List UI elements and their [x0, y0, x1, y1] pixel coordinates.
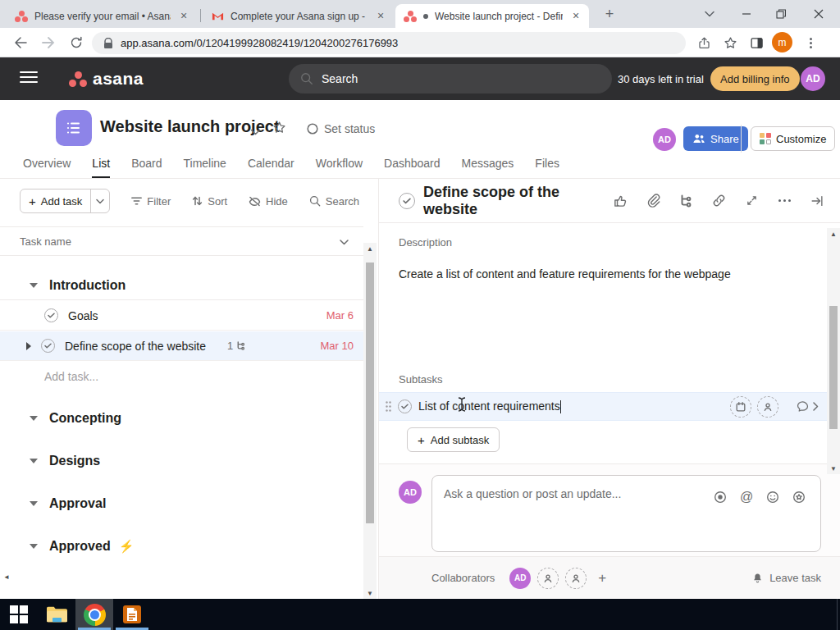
collapse-triangle-icon[interactable]	[30, 544, 38, 549]
description-text[interactable]: Create a list of content and feature req…	[399, 267, 731, 281]
section-row-approval[interactable]: Approval	[0, 489, 363, 518]
browser-tab-3-active[interactable]: Website launch project - Defin ×	[395, 4, 589, 28]
mention-at-icon[interactable]: @	[737, 487, 756, 507]
task-row-define-scope[interactable]: Define scope of the website 1 Mar 10	[0, 331, 363, 361]
hscroll-left-arrow[interactable]: ◄	[0, 571, 13, 582]
tab-messages[interactable]: Messages	[462, 157, 514, 178]
subtask-due-date-icon[interactable]	[730, 396, 751, 418]
tab-timeline[interactable]: Timeline	[184, 157, 226, 178]
due-date[interactable]: Mar 10	[321, 340, 363, 352]
close-window-button[interactable]	[802, 0, 835, 28]
address-bar[interactable]: app.asana.com/0/1204199928082419/1204200…	[92, 32, 686, 54]
customize-button[interactable]: Customize	[751, 126, 835, 151]
restore-button[interactable]	[765, 0, 797, 28]
appreciation-star-icon[interactable]	[789, 487, 809, 507]
complete-check-icon[interactable]	[41, 339, 55, 353]
minimize-button[interactable]	[730, 0, 763, 28]
fullscreen-expand-icon[interactable]	[739, 189, 764, 213]
tab-dashboard[interactable]: Dashboard	[384, 157, 441, 178]
tab-overview[interactable]: Overview	[23, 157, 71, 178]
tab-close-icon[interactable]: ×	[569, 10, 582, 23]
scroll-down-arrow[interactable]: ▼	[363, 587, 377, 599]
list-search-button[interactable]: Search	[309, 195, 359, 208]
scroll-down-arrow[interactable]: ▼	[827, 463, 840, 474]
share-button[interactable]: Share	[683, 126, 748, 151]
back-icon[interactable]	[10, 32, 31, 53]
tab-list[interactable]: List	[92, 157, 110, 178]
add-subtask-icon[interactable]	[673, 189, 698, 213]
expand-subtasks-icon[interactable]	[26, 342, 31, 350]
tab-board[interactable]: Board	[131, 157, 162, 178]
close-detail-panel-icon[interactable]	[805, 189, 829, 213]
task-row-goals[interactable]: Goals Mar 6	[0, 301, 363, 331]
scroll-up-arrow[interactable]: ▲	[363, 243, 377, 254]
copy-link-icon[interactable]	[706, 189, 731, 213]
project-title-chevron-icon[interactable]	[250, 125, 261, 139]
collaborator-avatar[interactable]: AD	[509, 568, 531, 589]
sidebar-toggle-icon[interactable]	[20, 71, 38, 87]
browser-tab-1[interactable]: Please verify your email • Asana ×	[7, 4, 197, 28]
forward-icon[interactable]	[38, 32, 59, 53]
set-status-button[interactable]: Set status	[307, 122, 375, 135]
filter-button[interactable]: Filter	[131, 195, 171, 208]
leave-task-button[interactable]: Leave task	[751, 572, 821, 585]
section-row-designs[interactable]: Designs	[0, 446, 363, 476]
tab-search-chevron-icon[interactable]	[693, 0, 726, 28]
complete-check-icon[interactable]	[44, 308, 58, 322]
refresh-icon[interactable]	[66, 32, 87, 53]
subtask-row[interactable]: List of content requirements	[379, 392, 827, 421]
tab-close-icon[interactable]: ×	[177, 10, 190, 23]
task-title[interactable]: Define scope of the website	[423, 184, 600, 218]
add-task-button[interactable]: +Add task	[20, 189, 110, 213]
new-tab-button[interactable]: +	[597, 0, 622, 28]
tab-calendar[interactable]: Calendar	[248, 157, 294, 178]
start-button[interactable]	[0, 599, 38, 630]
add-collaborator-button[interactable]: +	[598, 570, 606, 587]
impress-taskbar-button[interactable]	[113, 599, 151, 630]
add-task-dropdown-chevron-icon[interactable]	[90, 189, 109, 212]
attachment-paperclip-icon[interactable]	[641, 189, 665, 213]
collapse-triangle-icon[interactable]	[30, 283, 38, 288]
section-row-introduction[interactable]: Introduction	[0, 271, 363, 300]
browser-tab-2[interactable]: Complete your Asana sign up - p ×	[203, 4, 394, 28]
user-avatar[interactable]: AD	[801, 66, 825, 91]
section-row-approved[interactable]: Approved⚡	[0, 532, 363, 561]
share-page-icon[interactable]	[693, 32, 714, 53]
scrollbar-thumb[interactable]	[829, 306, 838, 429]
more-options-icon[interactable]	[772, 189, 797, 213]
record-video-icon[interactable]	[710, 487, 730, 507]
side-panel-icon[interactable]	[746, 32, 767, 53]
scroll-up-arrow[interactable]: ▲	[827, 228, 840, 240]
asana-logo[interactable]: asana	[69, 69, 144, 89]
add-task-row[interactable]: Add task...	[0, 362, 363, 391]
show-desktop-button[interactable]	[837, 599, 840, 630]
comment-input[interactable]: Ask a question or post an update... @	[431, 475, 821, 552]
collapse-triangle-icon[interactable]	[30, 501, 38, 506]
scrollbar-thumb[interactable]	[366, 262, 374, 523]
bookmark-star-icon[interactable]	[719, 32, 741, 53]
favorite-star-icon[interactable]	[272, 121, 286, 138]
subtask-comments-button[interactable]	[796, 399, 819, 413]
tab-close-icon[interactable]: ×	[374, 10, 387, 23]
tab-workflow[interactable]: Workflow	[316, 157, 363, 178]
add-billing-info-button[interactable]: Add billing info	[710, 66, 800, 91]
list-scrollbar[interactable]: ▲ ▼	[363, 243, 377, 599]
subtask-name-input[interactable]: List of content requirements	[418, 399, 561, 413]
chrome-taskbar-button[interactable]	[75, 599, 113, 630]
subtask-check-icon[interactable]	[398, 399, 412, 413]
due-date[interactable]: Mar 6	[326, 309, 363, 322]
mark-complete-icon[interactable]	[399, 193, 415, 209]
like-thumbs-up-icon[interactable]	[608, 189, 632, 213]
collapse-triangle-icon[interactable]	[30, 416, 38, 421]
browser-menu-icon[interactable]	[800, 32, 821, 53]
global-search-input[interactable]: Search	[289, 64, 612, 94]
tab-files[interactable]: Files	[535, 157, 559, 178]
file-explorer-button[interactable]	[38, 599, 75, 630]
column-chevron-icon[interactable]	[340, 235, 349, 248]
detail-scrollbar[interactable]: ▲ ▼	[827, 228, 840, 474]
project-icon[interactable]	[56, 110, 92, 146]
drag-handle-icon[interactable]	[386, 401, 391, 412]
hide-button[interactable]: Hide	[249, 195, 288, 208]
section-row-concepting[interactable]: Concepting	[0, 404, 363, 433]
browser-profile-avatar[interactable]: m	[772, 32, 792, 52]
